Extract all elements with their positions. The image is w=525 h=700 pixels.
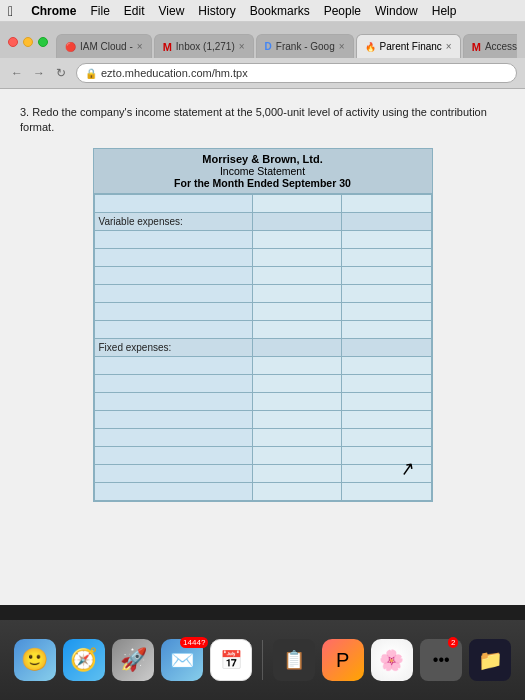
variable-label: Variable expenses: bbox=[94, 212, 253, 230]
dock-notifications[interactable]: ••• 2 bbox=[419, 634, 464, 686]
tab-icon-access: M bbox=[472, 41, 481, 53]
label-cell bbox=[94, 428, 253, 446]
total-cell bbox=[342, 428, 431, 446]
table-row bbox=[94, 320, 431, 338]
app3-icon: 📁 bbox=[469, 639, 511, 681]
label-cell bbox=[94, 482, 253, 500]
amount-cell bbox=[253, 356, 342, 374]
tab-close-frank[interactable]: × bbox=[339, 41, 345, 52]
amount-cell bbox=[253, 284, 342, 302]
app2-icon: P bbox=[322, 639, 364, 681]
tab-iam-cloud[interactable]: 🔴 IAM Cloud - × bbox=[56, 34, 152, 58]
total-cell bbox=[342, 320, 431, 338]
tab-title-parent: Parent Financ bbox=[380, 41, 442, 52]
address-bar[interactable]: 🔒 ezto.mheducation.com/hm.tpx bbox=[76, 63, 517, 83]
app1-icon: 📋 bbox=[273, 639, 315, 681]
tab-close-inbox[interactable]: × bbox=[239, 41, 245, 52]
dock-mail[interactable]: ✉️ 1444? bbox=[160, 634, 205, 686]
dock-launchpad[interactable]: 🚀 bbox=[110, 634, 155, 686]
total-cell bbox=[342, 284, 431, 302]
finder-icon: 🙂 bbox=[14, 639, 56, 681]
tab-title-access: Access Conn bbox=[485, 41, 517, 52]
table-row bbox=[94, 392, 431, 410]
label-cell bbox=[94, 446, 253, 464]
tab-access[interactable]: M Access Conn × bbox=[463, 34, 517, 58]
label-cell bbox=[94, 320, 253, 338]
label-cell bbox=[94, 302, 253, 320]
question-number: 3. bbox=[20, 106, 29, 118]
menu-edit[interactable]: Edit bbox=[124, 4, 145, 18]
tab-icon-inbox: M bbox=[163, 41, 172, 53]
table-row bbox=[94, 446, 431, 464]
dock-separator bbox=[262, 640, 263, 680]
dock-app3[interactable]: 📁 bbox=[468, 634, 513, 686]
dock-app2[interactable]: P bbox=[320, 634, 365, 686]
amount-cell bbox=[253, 266, 342, 284]
label-cell bbox=[94, 374, 253, 392]
total-cell bbox=[342, 302, 431, 320]
label-cell bbox=[94, 266, 253, 284]
table-row bbox=[94, 464, 431, 482]
amount-cell bbox=[253, 248, 342, 266]
menu-bookmarks[interactable]: Bookmarks bbox=[250, 4, 310, 18]
total-cell bbox=[342, 374, 431, 392]
menu-window[interactable]: Window bbox=[375, 4, 418, 18]
maximize-button[interactable] bbox=[38, 37, 48, 47]
menu-file[interactable]: File bbox=[90, 4, 109, 18]
total-cell bbox=[342, 392, 431, 410]
company-name: Morrisey & Brown, Ltd. bbox=[102, 153, 424, 165]
menu-history[interactable]: History bbox=[198, 4, 235, 18]
tab-close-parent[interactable]: × bbox=[446, 41, 452, 52]
menu-help[interactable]: Help bbox=[432, 4, 457, 18]
total-cell bbox=[342, 266, 431, 284]
back-button[interactable]: ← bbox=[8, 64, 26, 82]
calendar-icon: 📅 bbox=[210, 639, 252, 681]
menu-people[interactable]: People bbox=[324, 4, 361, 18]
table-row bbox=[94, 248, 431, 266]
total-cell bbox=[342, 356, 431, 374]
tab-close-iam[interactable]: × bbox=[137, 41, 143, 52]
tab-bar: 🔴 IAM Cloud - × M Inbox (1,271) × D Fran… bbox=[56, 26, 517, 58]
table-row bbox=[94, 302, 431, 320]
amount-cell bbox=[253, 302, 342, 320]
minimize-button[interactable] bbox=[23, 37, 33, 47]
tab-inbox[interactable]: M Inbox (1,271) × bbox=[154, 34, 254, 58]
tab-icon-iam: 🔴 bbox=[65, 42, 76, 52]
label-cell bbox=[94, 230, 253, 248]
close-button[interactable] bbox=[8, 37, 18, 47]
amount-cell bbox=[253, 338, 342, 356]
question-text: 3. Redo the company's income statement a… bbox=[20, 105, 505, 136]
total-cell bbox=[342, 338, 431, 356]
table-row bbox=[94, 194, 431, 212]
dock-calendar[interactable]: 📅 bbox=[209, 634, 254, 686]
tab-parent-finance[interactable]: 🔥 Parent Financ × bbox=[356, 34, 461, 58]
total-cell bbox=[342, 212, 431, 230]
amount-cell bbox=[253, 410, 342, 428]
refresh-button[interactable]: ↻ bbox=[52, 64, 70, 82]
amount-cell bbox=[253, 320, 342, 338]
tab-frank[interactable]: D Frank - Goog × bbox=[256, 34, 354, 58]
mail-badge: 1444? bbox=[180, 637, 208, 648]
forward-button[interactable]: → bbox=[30, 64, 48, 82]
amount-cell bbox=[253, 194, 342, 212]
menu-view[interactable]: View bbox=[159, 4, 185, 18]
statement-header: Morrisey & Brown, Ltd. Income Statement … bbox=[94, 149, 432, 194]
dock-app1[interactable]: 📋 bbox=[271, 634, 316, 686]
notification-badge: 2 bbox=[448, 637, 458, 648]
amount-cell bbox=[253, 212, 342, 230]
lock-icon: 🔒 bbox=[85, 68, 97, 79]
total-cell bbox=[342, 446, 431, 464]
url-text: ezto.mheducation.com/hm.tpx bbox=[101, 67, 248, 79]
menu-chrome[interactable]: Chrome bbox=[31, 4, 76, 18]
dock-finder[interactable]: 🙂 bbox=[12, 634, 57, 686]
label-cell bbox=[94, 284, 253, 302]
tab-title-iam: IAM Cloud - bbox=[80, 41, 133, 52]
apple-menu[interactable]:  bbox=[8, 3, 13, 19]
photos-icon: 🌸 bbox=[371, 639, 413, 681]
table-row bbox=[94, 410, 431, 428]
dock-safari[interactable]: 🧭 bbox=[61, 634, 106, 686]
table-row bbox=[94, 284, 431, 302]
statement-title: Income Statement bbox=[102, 165, 424, 177]
amount-cell bbox=[253, 392, 342, 410]
dock-photos[interactable]: 🌸 bbox=[369, 634, 414, 686]
